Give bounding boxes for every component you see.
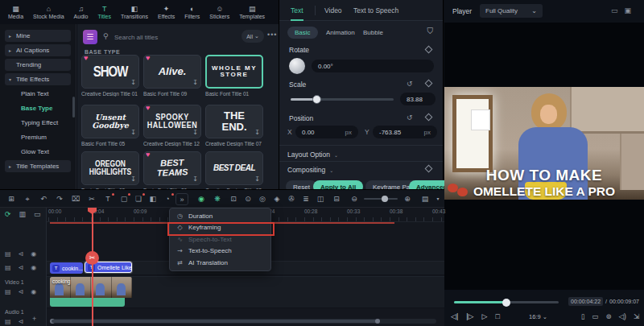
rotate-keyframe-icon[interactable] (425, 46, 433, 54)
title-card[interactable]: ♥SPOOKY HALLOWEEN↧ Creative Design Title… (143, 105, 201, 146)
scale-keyframe-icon[interactable] (425, 80, 433, 88)
enlarge-preview-icon[interactable]: ▣ (624, 6, 638, 14)
title-card[interactable]: BEST DEAL↧ Creative Design Title 02 (205, 151, 263, 193)
nav-tab-templates[interactable]: ▤Templates (234, 0, 270, 24)
menu-item-text-to-speech[interactable]: ⇝Text-to-Speech (170, 246, 270, 258)
select-tool-icon[interactable]: ⌖ (21, 193, 34, 205)
aspect-ratio-dropdown[interactable]: 16:9 ⌄ (529, 313, 547, 320)
lock-icon[interactable]: ▤ (5, 264, 11, 271)
crop-icon[interactable]: ▢ (118, 193, 130, 205)
chevron-down-icon[interactable]: ▾ (431, 193, 444, 205)
playhead-split-icon[interactable]: ✂ (85, 251, 99, 265)
next-frame-button[interactable]: |▷ (466, 312, 473, 320)
sidebar-item-premium[interactable]: Premium (5, 131, 71, 143)
filter-all-button[interactable]: All⌄ (242, 30, 264, 43)
split-screen-icon[interactable]: ◫ (314, 193, 327, 205)
subtab-basic[interactable]: Basic (287, 27, 318, 39)
dual-display-icon[interactable]: ▭ (611, 6, 625, 14)
undo-icon[interactable]: ↶ (37, 193, 50, 205)
nav-tab-stickers[interactable]: ☺Stickers (204, 0, 234, 24)
nav-tab-titles[interactable]: TTitles (93, 0, 116, 24)
subtitle-icon[interactable]: ≣ (299, 193, 312, 205)
player-header-icons[interactable]: ▭▣ (611, 6, 638, 14)
play-button[interactable]: ▷ (482, 312, 488, 320)
slider-handle[interactable] (312, 95, 321, 104)
title-overlay-line1[interactable]: HOW TO MAKE (444, 167, 644, 184)
mute-icon[interactable]: ⊲ (19, 264, 24, 271)
title-card-selected[interactable]: WHOLE MY STORE Basic Font Title 01 (205, 55, 263, 97)
eye-icon[interactable]: ◉ (31, 250, 36, 258)
menu-item-keyframing[interactable]: ◇Keyframing (170, 222, 270, 234)
title-card[interactable]: Unsent Goodbye↧ Basic Font Title 05 (81, 105, 139, 146)
menu-item-speech-to-text[interactable]: ∿Speech-to-Text (170, 233, 270, 246)
search-input[interactable] (113, 30, 233, 44)
mute-icon[interactable]: ⊲ (19, 288, 24, 295)
render-protect-icon[interactable]: ◈ (270, 193, 283, 205)
progress-handle[interactable] (502, 299, 510, 307)
subtab-animation[interactable]: Animation (326, 27, 355, 39)
delete-icon[interactable]: ⌧ (69, 193, 82, 205)
audio-portion-clip[interactable] (50, 298, 125, 307)
nav-tab-filters[interactable]: ◐Filters (180, 0, 204, 24)
sidebar-item-trending[interactable]: Trending (5, 59, 71, 71)
voiceover-mic-icon[interactable]: ✇ (285, 193, 298, 205)
zoom-out-icon[interactable]: ⊖ (348, 193, 361, 205)
rotate-knob[interactable] (289, 58, 305, 74)
title-card[interactable]: OREGON HIGHLIGHTS↧ Basic Font Title 08 (81, 151, 139, 193)
timeline-zoom-slider[interactable] (364, 198, 398, 200)
sidebar-item-mine[interactable]: ▸Mine (5, 30, 71, 42)
position-x-field[interactable]: 0.00px (295, 126, 358, 138)
preview-stage[interactable]: HOW TO MAKE OMELLETE LIKE A PRO (444, 23, 644, 290)
text-element-box[interactable] (471, 109, 490, 130)
text-style-badge-icon[interactable]: ☰ (83, 30, 97, 44)
chroma-key-icon[interactable]: ◉ (195, 193, 208, 205)
zoom-in-icon[interactable]: ⊕ (401, 193, 414, 205)
fullscreen-icon[interactable]: ⇲ (634, 312, 639, 320)
library-more-button[interactable]: ••• (267, 31, 277, 39)
sidebar-item-typing-effect[interactable]: Typing Effect (5, 117, 71, 129)
video-clip[interactable]: cooking (50, 277, 132, 298)
download-icon[interactable]: ↧ (130, 80, 136, 86)
previous-frame-button[interactable]: ◁| (451, 312, 458, 320)
subtab-bubble[interactable]: Bubble (363, 27, 383, 39)
nav-tab-stock-media[interactable]: ⌂Stock Media (28, 0, 69, 24)
ai-tools-icon[interactable]: ❋ (211, 193, 224, 205)
lock-icon[interactable]: ▤ (5, 250, 11, 258)
speaker-icon[interactable]: ◁) (619, 312, 626, 320)
split-scissors-icon[interactable]: ✂ (85, 193, 98, 205)
title-card[interactable]: ♥BEST TEAMS↧ Basic Font Title 20 (143, 151, 201, 193)
nav-tab-transitions[interactable]: ◧Transitions (116, 0, 153, 24)
snapshot-icon[interactable]: ⊙ (242, 193, 254, 205)
favorite-icon[interactable]: ♥ (146, 151, 150, 159)
save-preset-icon[interactable]: ⛉ (427, 27, 434, 36)
mute-icon[interactable]: ⊲ (19, 318, 24, 325)
compositing-row[interactable]: Compositing⌄ (287, 166, 333, 174)
tab-text-to-speech[interactable]: Text to Speech (353, 0, 398, 21)
compositing-keyframe-icon[interactable] (425, 165, 433, 173)
download-icon[interactable]: ↧ (130, 176, 136, 183)
download-icon[interactable]: ↧ (254, 176, 260, 183)
scale-slider[interactable] (291, 98, 394, 101)
add-track-button[interactable]: + (32, 315, 36, 323)
layout-option-row[interactable]: Layout Option⌄ (287, 151, 338, 159)
fit-timeline-icon[interactable]: ▤ (419, 193, 431, 205)
scale-reset-icon[interactable]: ↺ (407, 80, 413, 88)
sync-icon[interactable]: ⟳ (5, 210, 11, 218)
speed-icon[interactable]: ◔ (161, 193, 174, 205)
favorite-icon[interactable]: ♥ (84, 55, 88, 62)
menu-item-duration[interactable]: ◷Duration (170, 210, 270, 222)
title-card[interactable]: ♥SHOW↧ Creative Design Title 01 (81, 55, 139, 97)
download-icon[interactable]: ↧ (192, 176, 198, 183)
menu-item-ai-translation[interactable]: ⇄AI Translation (170, 257, 270, 269)
sidebar-item-title-effects[interactable]: ▾Title Effects (5, 73, 71, 85)
eye-icon[interactable]: ◉ (31, 264, 36, 271)
marker-icon[interactable]: ⊟ (330, 193, 343, 205)
scale-value-field[interactable]: 83.88 (400, 93, 436, 105)
title-card[interactable]: THE END.↧ Creative Design Title 07 (205, 105, 263, 146)
sidebar-item-glow-text[interactable]: Glow Text (5, 146, 71, 158)
snapshot-camera-icon[interactable]: ⊚ (605, 312, 611, 320)
folder-icon[interactable]: ▭ (34, 210, 41, 218)
zoom-slider-handle[interactable] (382, 196, 388, 202)
mask-icon[interactable]: ◧ (147, 193, 159, 205)
display-icon[interactable]: ▭ (592, 312, 598, 320)
